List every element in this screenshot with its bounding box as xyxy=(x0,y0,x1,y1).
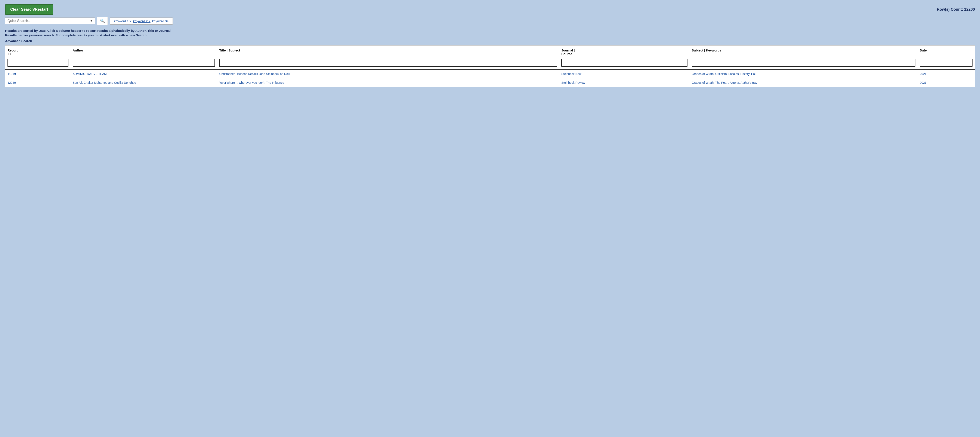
cell-journal[interactable]: Steinbeck Now xyxy=(559,70,689,78)
sort-info-line1: Results are sorted by Date. Click a colu… xyxy=(5,29,975,32)
cell-title[interactable]: Christopher Hitchens Recalls John Steinb… xyxy=(217,70,559,78)
cell-date[interactable]: 2021 xyxy=(918,70,975,78)
col-header-date[interactable]: Date xyxy=(918,46,975,57)
cell-record_id[interactable]: 12240 xyxy=(5,78,70,87)
table-header-row: RecordID Author Title | Subject Journal … xyxy=(5,46,975,57)
cell-record_id[interactable]: 11919 xyxy=(5,70,70,78)
search-dropdown-arrow-icon[interactable]: ▼ xyxy=(90,19,92,22)
filter-subject-keywords[interactable] xyxy=(692,59,916,66)
keyword2-breadcrumb[interactable]: keyword 2 > xyxy=(133,19,150,23)
table-row: 11919ADMINISTRATIVE TEAMChristopher Hitc… xyxy=(5,70,975,78)
sort-info-line2: Results narrow previous search. For comp… xyxy=(5,33,975,37)
cell-keywords[interactable]: Grapes of Wrath, The Pearl, Algeria, Aut… xyxy=(690,78,918,87)
cell-author[interactable]: Ben Ali, Chaker Mohamed and Cecilia Dono… xyxy=(70,78,217,87)
col-header-record-id[interactable]: RecordID xyxy=(5,46,70,57)
quick-search-input[interactable] xyxy=(8,19,89,23)
cell-author[interactable]: ADMINISTRATIVE TEAM xyxy=(70,70,217,78)
results-table: RecordID Author Title | Subject Journal … xyxy=(5,46,975,87)
cell-keywords[interactable]: Grapes of Wrath, Criticism, Locales, His… xyxy=(690,70,918,78)
clear-search-button[interactable]: Clear Search/Restart xyxy=(5,4,53,15)
filter-row xyxy=(5,57,975,70)
cell-title[interactable]: "ever'where ... wherever you look": The … xyxy=(217,78,559,87)
cell-date[interactable]: 2021 xyxy=(918,78,975,87)
filter-date[interactable] xyxy=(920,59,972,66)
col-header-subject-keywords[interactable]: Subject | Keywords xyxy=(690,46,918,57)
cell-journal[interactable]: Steinbeck Review xyxy=(559,78,689,87)
keyword-breadcrumb: keyword 1 > keyword 2 > keyword 3> xyxy=(110,17,173,25)
col-header-title-subject[interactable]: Title | Subject xyxy=(217,46,559,57)
filter-record-id[interactable] xyxy=(8,59,68,66)
col-header-journal-source[interactable]: Journal |Source xyxy=(559,46,689,57)
filter-author[interactable] xyxy=(73,59,215,66)
filter-journal-source[interactable] xyxy=(561,59,687,66)
search-icon: 🔍 xyxy=(100,19,105,23)
col-header-author[interactable]: Author xyxy=(70,46,217,57)
quick-search-wrapper: ▼ xyxy=(5,17,95,24)
results-table-container: RecordID Author Title | Subject Journal … xyxy=(5,45,975,87)
row-count: Row(s) Count: 12200 xyxy=(937,7,975,12)
keyword1-breadcrumb[interactable]: keyword 1 > xyxy=(114,19,131,23)
table-row: 12240Ben Ali, Chaker Mohamed and Cecilia… xyxy=(5,78,975,87)
filter-title-subject[interactable] xyxy=(219,59,557,66)
keyword3-breadcrumb[interactable]: keyword 3> xyxy=(152,19,169,23)
search-button[interactable]: 🔍 xyxy=(97,17,108,25)
advanced-search-toggle[interactable]: Advanced Search xyxy=(5,39,32,43)
